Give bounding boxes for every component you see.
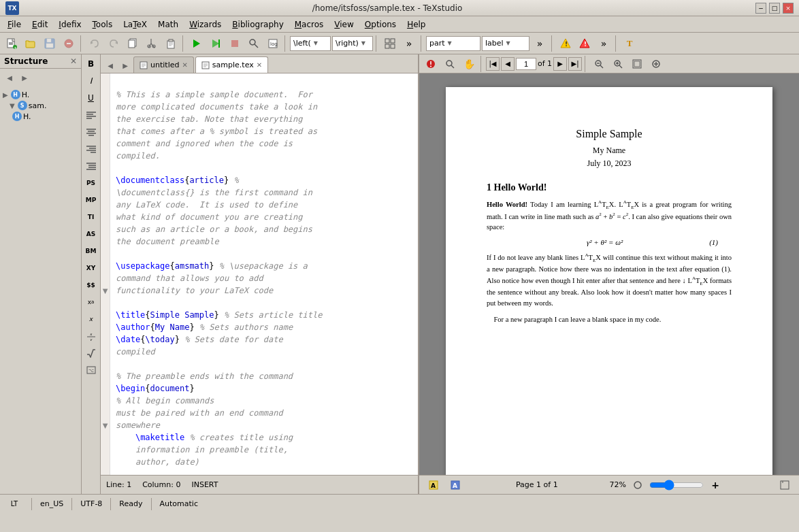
more2-button[interactable]: » (595, 35, 613, 52)
fit-window-button[interactable] (776, 476, 794, 494)
menu-wizards[interactable]: Wizards (184, 18, 226, 31)
menu-help[interactable]: Help (402, 18, 430, 31)
code-editor[interactable]: % This is a simple sample document. For … (110, 73, 418, 475)
structure-close-button[interactable]: ✕ (70, 56, 77, 66)
superscript-button[interactable]: x (83, 311, 99, 327)
displaymath-button[interactable]: $$ (83, 277, 99, 293)
editor-area: ▼ ▼ % This is a simple sample document. … (101, 73, 418, 475)
log-button[interactable]: log (264, 35, 282, 52)
menu-bibliography[interactable]: Bibliography (227, 18, 288, 31)
fold-arrow-1[interactable]: ▼ (103, 283, 108, 298)
last-page-button[interactable]: ▶| (568, 57, 582, 71)
label-dropdown[interactable]: label ▼ (482, 36, 529, 51)
build-compile-button[interactable] (188, 35, 206, 52)
subscript-button[interactable]: xa (83, 294, 99, 310)
svg-line-74 (451, 65, 454, 68)
struct-item-2[interactable]: ▼ S sam. (3, 100, 78, 111)
page-number-input[interactable] (516, 58, 536, 70)
align-right-button[interactable] (83, 141, 99, 157)
zoom-out-button[interactable] (590, 55, 608, 73)
struct-item-3[interactable]: H H. (3, 111, 78, 122)
first-page-button[interactable]: |◀ (486, 57, 500, 71)
t-button[interactable]: T (621, 35, 638, 52)
menu-view[interactable]: View (329, 18, 358, 31)
grid-button[interactable] (381, 35, 399, 52)
search-preview-button[interactable] (441, 55, 459, 73)
menu-options[interactable]: Options (360, 18, 401, 31)
annotation-1[interactable]: A (425, 476, 442, 494)
tab-sample-close[interactable]: ✕ (257, 61, 262, 69)
tab-untitled[interactable]: untitled ✕ (133, 56, 194, 73)
margin-button[interactable]: MP (83, 192, 99, 208)
align-left-button[interactable] (83, 107, 99, 123)
left-cmd-dropdown[interactable]: \left( ▼ (290, 36, 331, 51)
menu-tools[interactable]: Tools (88, 18, 118, 31)
italic-button[interactable]: I (83, 73, 99, 89)
page-style-button[interactable]: PS (83, 175, 99, 191)
copy-button[interactable] (124, 35, 142, 52)
menu-edit[interactable]: Edit (27, 18, 52, 31)
menu-math[interactable]: Math (153, 18, 183, 31)
zoom-reset-button[interactable] (629, 476, 647, 494)
undo-button[interactable] (86, 35, 103, 52)
tab-untitled-label: untitled (150, 61, 179, 69)
sqrt-button[interactable] (83, 345, 99, 361)
xy-button[interactable]: XY (83, 260, 99, 276)
frac-button[interactable]: xy (83, 328, 99, 344)
search-button[interactable] (245, 35, 263, 52)
annotation-2[interactable]: A (446, 476, 464, 494)
indent-button[interactable] (83, 158, 99, 174)
abort-button[interactable] (60, 35, 78, 52)
part-dropdown[interactable]: part ▼ (426, 36, 480, 51)
insert-button[interactable]: TI (83, 209, 99, 225)
fold-arrow-2[interactable]: ▼ (103, 418, 108, 433)
compile-button[interactable] (207, 35, 225, 52)
new-button[interactable]: + (3, 35, 20, 52)
underline-button[interactable]: U (83, 90, 99, 106)
right-cmd-dropdown[interactable]: \right) ▼ (332, 36, 373, 51)
zoom-in-button[interactable] (609, 55, 627, 73)
grid-more-button[interactable]: » (400, 35, 418, 52)
stop-button[interactable] (226, 35, 244, 52)
prev-page-button[interactable]: ◀ (501, 57, 515, 71)
structure-back[interactable]: ◀ (3, 70, 16, 85)
minimize-button[interactable]: − (755, 3, 766, 14)
struct-item-1[interactable]: ▶ H H. (3, 89, 78, 100)
maximize-button[interactable]: □ (769, 3, 780, 14)
fit-page-button[interactable] (628, 55, 646, 73)
cut-button[interactable] (143, 35, 161, 52)
toolbar-sep-5 (421, 35, 423, 52)
close-button[interactable]: × (783, 3, 794, 14)
tab-untitled-close[interactable]: ✕ (182, 61, 187, 69)
paste-button[interactable] (162, 35, 180, 52)
zoom-in-status[interactable]: + (706, 476, 724, 494)
tab-prev[interactable]: ◀ (103, 58, 117, 73)
preview-content[interactable]: Simple Sample My Name July 10, 2023 1 He… (419, 73, 799, 475)
svg-text:log: log (270, 41, 278, 47)
more-button[interactable]: » (531, 35, 549, 52)
tab-sample[interactable]: sample.tex ✕ (195, 56, 268, 73)
warning-button[interactable]: ! (557, 35, 574, 52)
tab-next[interactable]: ▶ (118, 58, 132, 73)
align-center-button[interactable] (83, 124, 99, 140)
bold-button[interactable]: B (83, 56, 99, 72)
bm-button[interactable]: BM (83, 243, 99, 259)
menu-latex[interactable]: LaTeX (118, 18, 152, 31)
special-char-button[interactable]: ⌥ (83, 362, 99, 378)
as-button[interactable]: AS (83, 226, 99, 242)
zoom-slider[interactable] (649, 480, 704, 490)
save-button[interactable] (41, 35, 59, 52)
menu-file[interactable]: File (3, 18, 26, 31)
toolbar-sep-6 (551, 35, 554, 52)
spell-check-button[interactable]: LT (5, 495, 23, 513)
reset-zoom-button[interactable] (647, 55, 665, 73)
redo-button[interactable] (105, 35, 123, 52)
error-button[interactable]: ! (576, 35, 593, 52)
menu-macros[interactable]: Macros (290, 18, 329, 31)
menu-idefix[interactable]: Idefix (54, 18, 86, 31)
open-button[interactable] (22, 35, 39, 52)
pan-button[interactable]: ✋ (460, 55, 478, 73)
error-indicator[interactable] (422, 55, 440, 73)
next-page-button[interactable]: ▶ (553, 57, 567, 71)
structure-forward[interactable]: ▶ (18, 70, 31, 85)
